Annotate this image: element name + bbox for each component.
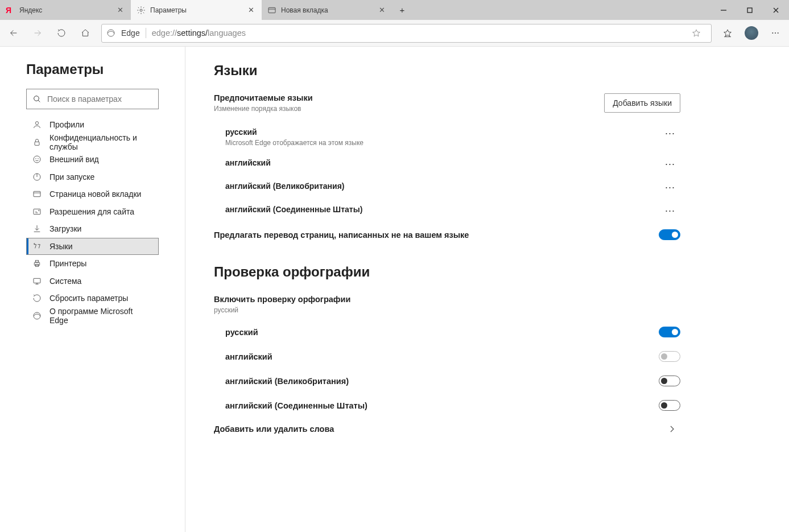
svg-point-38 xyxy=(34,312,40,319)
sidebar-item-icon xyxy=(32,155,43,164)
address-bar[interactable]: Edge edge://settings/languages xyxy=(101,24,712,43)
sidebar-item-label: При запуске xyxy=(49,172,94,182)
sidebar-item-label: Языки xyxy=(49,242,73,251)
sidebar-item-icon xyxy=(32,120,43,129)
sidebar-item-0[interactable]: Профили xyxy=(26,116,159,134)
tab-label: Параметры xyxy=(150,6,241,14)
language-item: английский (Великобритания)··· xyxy=(214,176,680,199)
sidebar-item-1[interactable]: Конфиденциальность и службы xyxy=(26,134,159,151)
sidebar-item-10[interactable]: Сбросить параметры xyxy=(26,290,159,307)
settings-sidebar: Параметры ПрофилиКонфиденциальность и сл… xyxy=(0,47,185,532)
spellcheck-language-toggle[interactable] xyxy=(659,351,680,362)
tab-settings[interactable]: Параметры ✕ xyxy=(131,0,262,20)
sidebar-item-label: Разрешения для сайта xyxy=(49,207,134,216)
minimize-button[interactable] xyxy=(710,0,737,20)
spellcheck-language-list: русскийанглийскийанглийский (Великобрита… xyxy=(214,320,680,418)
sidebar-item-2[interactable]: Внешний вид xyxy=(26,151,159,168)
sidebar-item-label: Система xyxy=(49,277,81,286)
close-icon[interactable]: ✕ xyxy=(377,5,387,15)
more-options-icon[interactable]: ··· xyxy=(664,158,680,170)
section-title-languages: Языки xyxy=(214,63,680,79)
sidebar-item-3[interactable]: При запуске xyxy=(26,168,159,186)
maximize-button[interactable] xyxy=(737,0,763,20)
close-icon[interactable]: ✕ xyxy=(115,5,125,15)
sidebar-item-label: Принтеры xyxy=(49,259,86,268)
sidebar-item-icon xyxy=(32,259,43,268)
new-tab-button[interactable]: + xyxy=(393,0,412,20)
favorite-star-icon[interactable] xyxy=(692,28,707,38)
spellcheck-language-row: английский xyxy=(214,344,680,369)
profile-button[interactable] xyxy=(741,23,762,43)
svg-line-17 xyxy=(38,100,40,102)
sidebar-item-5[interactable]: Разрешения для сайта xyxy=(26,203,159,221)
search-input[interactable] xyxy=(47,94,152,104)
close-window-button[interactable] xyxy=(763,0,789,20)
sidebar-item-9[interactable]: Система xyxy=(26,273,159,290)
avatar xyxy=(745,26,758,40)
main-area: Параметры ПрофилиКонфиденциальность и сл… xyxy=(0,47,789,532)
yandex-icon: Я xyxy=(6,6,15,15)
sidebar-item-8[interactable]: Принтеры xyxy=(26,255,159,273)
sidebar-item-label: О программе Microsoft Edge xyxy=(49,307,152,325)
language-item: русскийMicrosoft Edge отображается на эт… xyxy=(214,122,680,152)
sidebar-item-icon xyxy=(32,311,43,320)
svg-point-13 xyxy=(772,32,773,34)
more-options-icon[interactable]: ··· xyxy=(664,127,680,139)
translate-label: Предлагать перевод страниц, написанных н… xyxy=(214,230,469,240)
svg-rect-1 xyxy=(268,7,275,13)
spellcheck-language-row: английский (Великобритания) xyxy=(214,369,680,393)
back-button[interactable] xyxy=(3,23,24,43)
translate-toggle[interactable] xyxy=(659,229,680,240)
chevron-right-icon xyxy=(668,425,680,433)
svg-marker-11 xyxy=(724,30,732,36)
sidebar-item-11[interactable]: О программе Microsoft Edge xyxy=(26,307,159,325)
custom-words-label: Добавить или удалить слова xyxy=(214,424,334,434)
spellcheck-language-toggle[interactable] xyxy=(659,376,680,386)
language-list: русскийMicrosoft Edge отображается на эт… xyxy=(214,122,680,222)
language-item: английский (Соединенные Штаты)··· xyxy=(214,199,680,222)
sidebar-item-4[interactable]: Страница новой вкладки xyxy=(26,185,159,203)
spellcheck-enable-label: Включить проверку орфографии xyxy=(214,295,680,304)
add-languages-button[interactable]: Добавить языки xyxy=(604,93,680,113)
more-options-icon[interactable]: ··· xyxy=(664,205,680,217)
sidebar-item-icon xyxy=(32,277,43,286)
refresh-button[interactable] xyxy=(51,23,72,43)
spellcheck-language-label: английский xyxy=(225,352,272,361)
favorites-button[interactable] xyxy=(717,23,738,43)
tab-yandex[interactable]: Я Яндекс ✕ xyxy=(0,0,131,20)
menu-button[interactable] xyxy=(765,23,786,43)
sidebar-item-label: Сбросить параметры xyxy=(49,294,128,303)
forward-button[interactable] xyxy=(27,23,48,43)
sidebar-item-6[interactable]: Загрузки xyxy=(26,220,159,238)
spellcheck-language-toggle[interactable] xyxy=(659,327,680,337)
custom-words-row[interactable]: Добавить или удалить слова xyxy=(214,418,680,440)
sidebar-item-7[interactable]: Языки xyxy=(26,238,159,255)
spellcheck-language-toggle[interactable] xyxy=(659,400,680,411)
svg-point-15 xyxy=(778,32,779,34)
svg-rect-4 xyxy=(747,8,752,13)
section-title-spellcheck: Проверка орфографии xyxy=(214,264,680,280)
svg-rect-33 xyxy=(35,261,38,262)
settings-search-box[interactable] xyxy=(26,89,159,109)
sidebar-item-label: Внешний вид xyxy=(49,155,99,164)
svg-rect-25 xyxy=(34,192,40,197)
tab-newtab[interactable]: Новая вкладка ✕ xyxy=(262,0,393,20)
title-bar: Я Яндекс ✕ Параметры ✕ Новая вкладка ✕ + xyxy=(0,0,789,20)
tab-label: Яндекс xyxy=(19,6,110,14)
language-name: английский (Великобритания) xyxy=(225,182,345,191)
edge-logo-icon xyxy=(106,28,115,38)
svg-point-9 xyxy=(108,30,114,36)
spellcheck-language-label: английский (Великобритания) xyxy=(225,377,349,386)
language-sublabel: Microsoft Edge отображается на этом язык… xyxy=(225,139,363,147)
sidebar-item-label: Страница новой вкладки xyxy=(49,189,141,199)
svg-point-14 xyxy=(775,32,776,34)
language-name: английский (Соединенные Штаты) xyxy=(225,205,362,214)
more-options-icon[interactable]: ··· xyxy=(664,182,680,193)
close-icon[interactable]: ✕ xyxy=(246,5,256,15)
sidebar-item-label: Профили xyxy=(49,120,84,129)
gear-icon xyxy=(137,6,146,15)
home-button[interactable] xyxy=(75,23,96,43)
svg-marker-10 xyxy=(693,30,700,36)
sidebar-item-icon xyxy=(32,172,43,182)
sidebar-item-label: Конфиденциальность и службы xyxy=(49,133,152,151)
